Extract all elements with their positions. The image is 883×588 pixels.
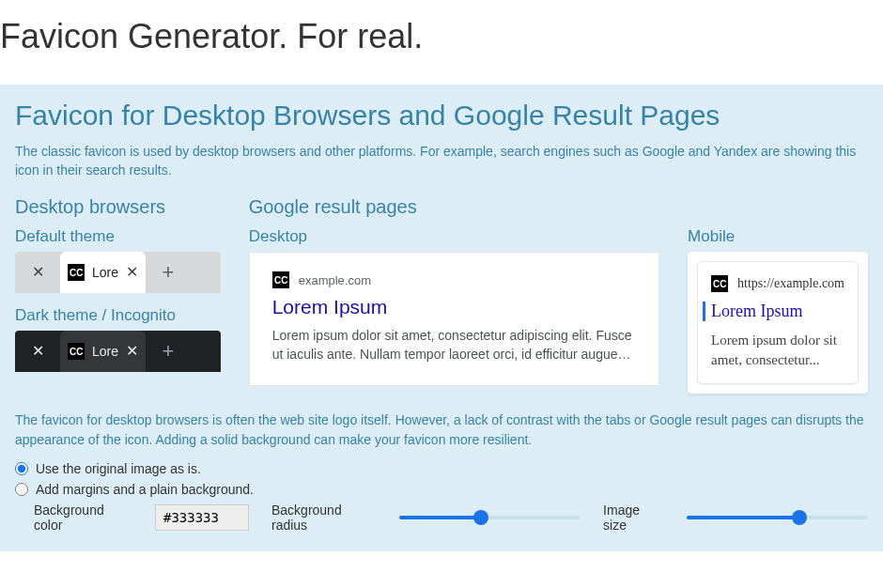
favicon-cc-icon: CC <box>711 275 728 292</box>
favicon-panel: Favicon for Desktop Browsers and Google … <box>0 85 883 551</box>
active-tab-light[interactable]: CC Lore ✕ <box>60 252 146 293</box>
google-desktop-card: CC example.com Lorem Ipsum Lorem ipsum d… <box>249 252 659 386</box>
tabbar-light: ✕ CC Lore ✕ + <box>15 252 221 293</box>
desktop-browsers-heading: Desktop browsers <box>15 196 221 218</box>
google-desktop-label: Desktop <box>249 227 659 246</box>
svg-text:CC: CC <box>70 268 83 278</box>
google-result-heading: Google result pages <box>249 196 659 218</box>
plus-icon: + <box>163 341 175 362</box>
svg-text:CC: CC <box>713 279 726 289</box>
slider-fill <box>399 516 481 519</box>
option-margins[interactable]: Add margins and a plain background. <box>15 482 868 497</box>
dark-theme-label: Dark theme / Incognito <box>15 306 221 325</box>
close-icon[interactable]: ✕ <box>126 344 138 359</box>
google-desktop-title[interactable]: Lorem Ipsum <box>272 296 636 318</box>
favicon-cc-icon: CC <box>68 343 85 360</box>
slider-thumb[interactable] <box>473 510 488 525</box>
help-text: The favicon for desktop browsers is ofte… <box>15 410 868 450</box>
page-title: Favicon Generator. For real. <box>0 17 883 56</box>
default-theme-label: Default theme <box>15 227 221 246</box>
tab-title-light: Lore <box>92 265 118 280</box>
new-tab-button-dark[interactable]: + <box>146 331 191 372</box>
new-tab-button[interactable]: + <box>146 252 191 293</box>
bg-color-label: Background color <box>34 503 132 533</box>
bg-color-input[interactable] <box>155 504 249 531</box>
bg-radius-label: Background radius <box>271 503 377 533</box>
prev-tab-close-dark[interactable]: ✕ <box>15 331 60 372</box>
google-mobile-desc: Lorem ipsum dolor sit amet, consectetur.… <box>711 331 844 370</box>
panel-heading: Favicon for Desktop Browsers and Google … <box>15 100 868 132</box>
google-desktop-url: example.com <box>299 273 371 287</box>
slider-fill <box>687 516 798 519</box>
option-original[interactable]: Use the original image as is. <box>15 461 868 476</box>
bg-radius-slider[interactable] <box>399 510 581 525</box>
prev-tab-close[interactable]: ✕ <box>15 252 60 293</box>
google-mobile-label: Mobile <box>688 227 868 246</box>
radio-original[interactable] <box>15 462 28 475</box>
svg-text:CC: CC <box>274 275 287 286</box>
favicon-cc-icon: CC <box>68 264 85 281</box>
close-icon[interactable]: ✕ <box>126 265 138 280</box>
close-icon: ✕ <box>32 344 44 359</box>
google-desktop-desc: Lorem ipsum dolor sit amet, consectetur … <box>272 326 636 364</box>
active-tab-dark[interactable]: CC Lore ✕ <box>60 331 146 372</box>
plus-icon: + <box>163 262 175 283</box>
tabbar-dark: ✕ CC Lore ✕ + <box>15 331 221 372</box>
image-size-slider[interactable] <box>687 510 868 525</box>
radio-original-label: Use the original image as is. <box>36 461 201 476</box>
svg-text:CC: CC <box>70 347 83 357</box>
panel-description: The classic favicon is used by desktop b… <box>15 143 868 179</box>
google-mobile-wrap: CC https://example.com Lorem Ipsum Lorem… <box>688 252 868 394</box>
image-size-label: Image size <box>603 503 664 533</box>
google-mobile-url: https://example.com <box>737 276 844 291</box>
google-mobile-title[interactable]: Lorem Ipsum <box>703 302 844 321</box>
radio-margins-label: Add margins and a plain background. <box>36 482 254 497</box>
tab-title-dark: Lore <box>92 344 118 359</box>
close-icon: ✕ <box>32 265 44 280</box>
radio-margins[interactable] <box>15 483 28 496</box>
slider-thumb[interactable] <box>792 510 807 525</box>
favicon-cc-icon: CC <box>272 271 289 288</box>
google-mobile-card: CC https://example.com Lorem Ipsum Lorem… <box>697 261 859 384</box>
